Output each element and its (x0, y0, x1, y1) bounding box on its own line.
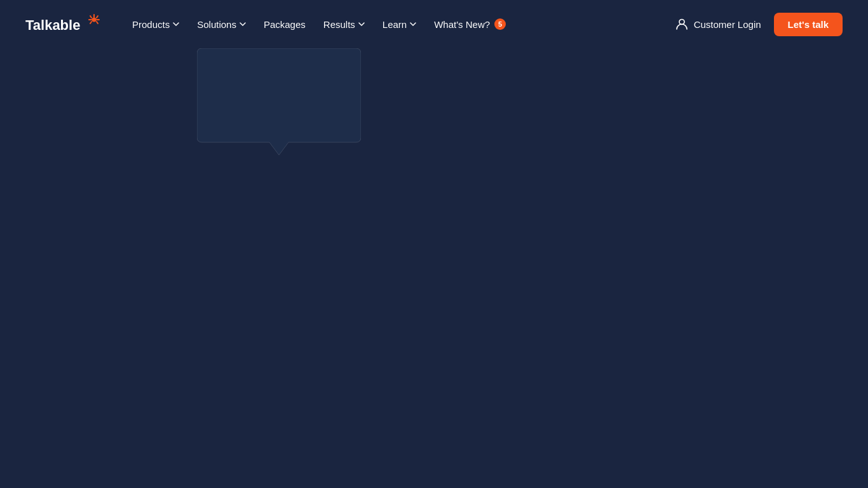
nav-link-learn[interactable]: Learn (375, 14, 424, 35)
nav-link-results[interactable]: Results (316, 14, 372, 35)
nav-left: Talkable Products (25, 13, 513, 35)
nav-label-whats-new: What's New? (434, 19, 490, 30)
nav-link-packages[interactable]: Packages (256, 14, 313, 35)
svg-point-8 (92, 18, 97, 22)
user-icon (675, 17, 689, 31)
logo-svg: Talkable (25, 13, 102, 35)
lets-talk-button[interactable]: Let's talk (774, 13, 843, 36)
nav-label-packages: Packages (264, 19, 306, 30)
nav-label-learn: Learn (383, 19, 407, 30)
nav-label-solutions: Solutions (197, 19, 236, 30)
logo-link[interactable]: Talkable (25, 13, 102, 35)
customer-login-link[interactable]: Customer Login (675, 17, 761, 31)
chevron-down-icon-products (173, 22, 179, 26)
chevron-down-icon-results (358, 22, 365, 26)
svg-line-4 (90, 16, 92, 18)
nav-item-products: Products (125, 14, 187, 35)
nav-item-packages: Packages (256, 14, 313, 35)
nav-item-solutions: Solutions (189, 14, 254, 35)
nav-right: Customer Login Let's talk (675, 13, 843, 36)
main-content (0, 48, 868, 488)
nav-item-learn: Learn (375, 14, 424, 35)
main-nav: Talkable Products (0, 0, 868, 48)
dropdown-shape-svg (197, 48, 361, 172)
chevron-down-icon-solutions (240, 22, 246, 26)
svg-text:Talkable: Talkable (25, 17, 80, 33)
nav-link-solutions[interactable]: Solutions (189, 14, 254, 35)
nav-link-whats-new[interactable]: What's New? 5 (426, 13, 513, 35)
nav-item-whats-new: What's New? 5 (426, 13, 513, 35)
nav-link-products[interactable]: Products (125, 14, 187, 35)
nav-label-products: Products (132, 19, 170, 30)
dropdown-panel (197, 48, 361, 172)
svg-line-2 (97, 16, 98, 18)
nav-label-results: Results (323, 19, 355, 30)
nav-links: Products Solutions Packages (125, 13, 513, 35)
whats-new-badge: 5 (494, 18, 506, 30)
svg-line-7 (97, 22, 98, 24)
customer-login-label: Customer Login (694, 19, 761, 30)
svg-line-6 (90, 22, 92, 24)
nav-item-results: Results (316, 14, 372, 35)
chevron-down-icon-learn (410, 22, 416, 26)
